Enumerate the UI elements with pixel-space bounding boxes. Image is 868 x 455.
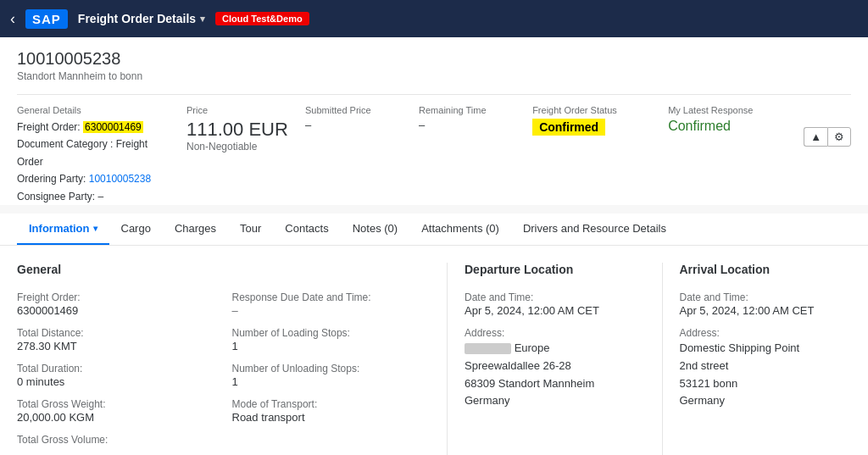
tab-drivers-label: Drivers and Resource Details [523,222,666,235]
total-distance-label: Total Distance: [17,327,207,339]
total-distance-field: Total Distance: 278.30 KMT [17,327,207,352]
freight-order-field: Freight Order: 6300001469 [17,291,207,317]
loading-stops-value: 1 [232,340,422,352]
tab-information[interactable]: Information ▾ [17,214,109,245]
total-duration-label: Total Duration: [17,363,207,375]
tab-attachments[interactable]: Attachments (0) [409,214,511,245]
environment-badge: Cloud Test&Demo [215,12,309,25]
ordering-party-link[interactable]: 10010005238 [89,173,151,185]
departure-address-field: Address: Europe Spreewaldallee 26-28 683… [465,327,637,410]
price-value: 111.00 EUR [186,119,288,141]
chevron-down-icon: ▾ [93,224,97,233]
loading-stops-label: Number of Loading Stops: [232,327,422,339]
document-category-text: Document Category : Freight Order [17,136,170,170]
total-duration-value: 0 minutes [17,375,207,388]
tab-tour[interactable]: Tour [228,214,273,245]
arrival-address-value: Domestic Shipping Point 2nd street 53121… [680,340,852,410]
freight-order-link[interactable]: 6300001469 [83,121,143,133]
tabs-bar: Information ▾ Cargo Charges Tour Contact… [0,214,868,246]
submitted-price-label: Submitted Price [305,105,402,115]
tab-charges[interactable]: Charges [163,214,228,245]
response-column-title [232,263,422,281]
arrival-date-time-value: Apr 5, 2024, 12:00 AM CET [680,304,852,317]
price-note: Non-Negotiable [186,141,288,153]
arrival-column-title: Arrival Location [680,263,852,281]
price-section: Price 111.00 EUR Non-Negotiable [186,105,305,153]
departure-date-time-label: Date and Time: [465,291,637,303]
arrival-address-line1: Domestic Shipping Point [680,341,800,354]
tab-notes[interactable]: Notes (0) [341,214,409,245]
ordering-party-label: Ordering Party: [17,173,86,185]
back-button[interactable]: ‹ [10,11,15,26]
header-title-text: Freight Order Details [78,12,196,25]
total-gross-volume-value [17,447,207,455]
info-grid: General Freight Order: 6300001469 Total … [17,263,851,455]
tab-charges-label: Charges [175,222,216,235]
status-badge: Confirmed [532,119,605,136]
remaining-time-value: – [419,119,515,131]
document-id: 10010005238 [17,49,851,69]
departure-date-time-field: Date and Time: Apr 5, 2024, 12:00 AM CET [465,291,637,317]
general-details-content: Freight Order: 6300001469 Document Categ… [17,119,170,205]
arrival-address-line4: Germany [680,394,725,407]
departure-address-line1: Europe [515,341,550,354]
unloading-stops-value: 1 [232,375,422,388]
mode-of-transport-field: Mode of Transport: Road transport [232,398,422,424]
app-header: ‹ SAP Freight Order Details ▾ Cloud Test… [0,0,868,37]
unloading-stops-label: Number of Unloading Stops: [232,363,422,375]
unloading-stops-field: Number of Unloading Stops: 1 [232,363,422,388]
arrival-address-label: Address: [680,327,852,339]
response-due-label: Response Due Date and Time: [232,291,422,303]
tab-attachments-label: Attachments (0) [421,222,499,235]
general-details-label: General Details [17,105,170,115]
collapse-button[interactable]: ▲ [804,127,827,147]
tab-contacts-label: Contacts [285,222,328,235]
response-column: Response Due Date and Time: – Number of … [232,263,422,455]
mode-of-transport-value: Road transport [232,411,422,424]
total-gross-weight-field: Total Gross Weight: 20,000.00 KGM [17,398,207,424]
total-gross-weight-label: Total Gross Weight: [17,398,207,410]
general-column: General Freight Order: 6300001469 Total … [17,263,207,455]
departure-address-line2: Spreewaldallee 26-28 [465,359,571,372]
consignee-party-text: Consignee Party: – [17,188,170,205]
loading-stops-field: Number of Loading Stops: 1 [232,327,422,352]
freight-order-label: Freight Order: [17,291,207,303]
departure-address-line3: 68309 Standort Mannheim [465,377,594,390]
remaining-time-label: Remaining Time [419,105,515,115]
document-subtitle: Standort Mannheim to bonn [17,70,851,82]
departure-address-line4: Germany [465,394,509,407]
departure-address-label: Address: [465,327,637,339]
freight-order-status-label: Freight Order Status [532,105,651,115]
sap-logo: SAP [25,9,68,29]
response-due-field: Response Due Date and Time: – [232,291,422,317]
tab-drivers[interactable]: Drivers and Resource Details [511,214,678,245]
tab-tour-label: Tour [240,222,261,235]
header-title: Freight Order Details ▾ [78,12,205,25]
settings-button[interactable]: ⚙ [827,127,851,147]
arrival-date-time-label: Date and Time: [680,291,852,303]
overview-bar: General Details Freight Order: 630000146… [17,94,851,205]
arrival-column: Arrival Location Date and Time: Apr 5, 2… [662,263,852,455]
total-gross-volume-label: Total Gross Volume: [17,434,207,446]
tab-cargo[interactable]: Cargo [109,214,163,245]
main-content: 10010005238 Standort Mannheim to bonn Ge… [0,37,868,205]
total-duration-field: Total Duration: 0 minutes [17,363,207,388]
my-latest-response-label: My Latest Response [668,105,787,115]
total-gross-weight-value: 20,000.00 KGM [17,411,207,424]
submitted-price-section: Submitted Price – [305,105,419,131]
total-distance-value: 278.30 KMT [17,340,207,352]
freight-order-status-value: Confirmed [532,119,651,136]
arrival-address-line2: 2nd street [680,359,729,372]
toolbar-icons: ▲ ⚙ [804,127,851,147]
chevron-down-icon[interactable]: ▾ [200,14,205,25]
general-column-title: General [17,263,207,281]
my-latest-response-section: My Latest Response Confirmed [668,105,804,134]
departure-date-time-value: Apr 5, 2024, 12:00 AM CET [465,304,637,317]
freight-order-value: 6300001469 [17,304,207,317]
total-gross-volume-field: Total Gross Volume: [17,434,207,455]
mode-of-transport-label: Mode of Transport: [232,398,422,410]
price-label: Price [186,105,288,115]
remaining-time-section: Remaining Time – [419,105,532,131]
tab-contacts[interactable]: Contacts [273,214,340,245]
departure-address-value: Europe Spreewaldallee 26-28 68309 Stando… [465,340,637,410]
